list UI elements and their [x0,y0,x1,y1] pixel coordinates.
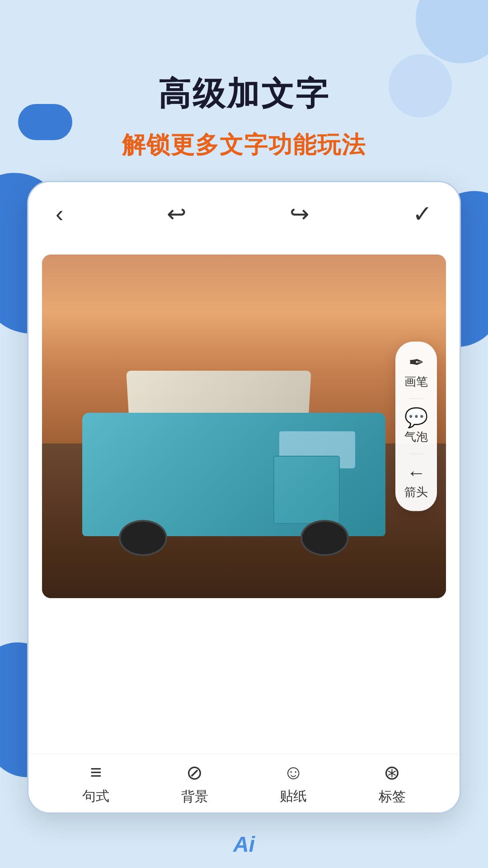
style-button[interactable]: ≡ 句式 [82,761,109,806]
redo-button[interactable]: ↪ [290,200,310,227]
arrow-label: 箭头 [404,484,428,500]
van-main [82,413,385,537]
undo-button[interactable]: ↩ [167,200,187,227]
style-icon: ≡ [90,761,102,783]
tag-label: 标签 [379,788,406,806]
arrow-icon: ← [407,463,426,482]
bubble-label: 气泡 [404,429,428,445]
bubble-icon: 💬 [404,408,428,427]
top-toolbar: ‹ ↩ ↪ ✓ [28,182,460,241]
van-door [273,456,340,524]
van-body [82,371,385,536]
title-section: 高级加文字 解锁更多文字功能玩法 [0,72,488,161]
main-title: 高级加文字 [0,72,488,116]
van-wheel-right [300,520,349,556]
bubble-tool[interactable]: 💬 气泡 [404,408,428,445]
pen-tool[interactable]: ✒ 画笔 [404,353,428,390]
tag-button[interactable]: ⊛ 标签 [379,761,406,806]
tag-icon: ⊛ [384,761,400,784]
ai-badge: Ai [233,832,255,857]
phone-card: ‹ ↩ ↪ ✓ ✒ 画笔 [27,181,461,814]
arrow-tool[interactable]: ← 箭头 [404,463,428,500]
van-scene [42,255,446,598]
tool-divider-2 [409,454,423,454]
deco-blob-top-right [416,0,488,63]
background-label: 背景 [181,788,208,806]
sticker-label: 贴纸 [280,787,307,806]
bottom-toolbar: ≡ 句式 ⊘ 背景 ☺ 贴纸 ⊛ 标签 [28,754,460,812]
background-icon: ⊘ [186,761,203,784]
sub-title: 解锁更多文字功能玩法 [0,129,488,161]
back-button[interactable]: ‹ [56,200,63,227]
pen-label: 画笔 [404,374,428,390]
image-area: ✒ 画笔 💬 气泡 ← 箭头 [42,255,446,598]
pen-icon: ✒ [408,353,424,372]
confirm-button[interactable]: ✓ [413,200,432,227]
top-white-area [28,241,460,255]
background-button[interactable]: ⊘ 背景 [181,761,208,806]
style-label: 句式 [82,787,109,806]
sticker-button[interactable]: ☺ 贴纸 [280,761,307,806]
tool-divider-1 [409,399,423,399]
tool-panel: ✒ 画笔 💬 气泡 ← 箭头 [395,342,437,511]
sticker-icon: ☺ [283,761,304,783]
van-wheel-left [119,520,167,556]
